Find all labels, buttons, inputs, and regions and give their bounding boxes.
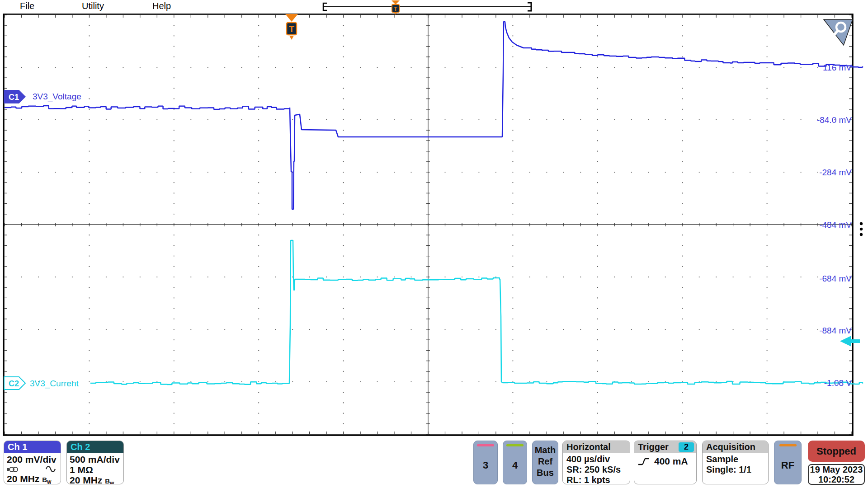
record-trigger-position-marker[interactable]: T [392,0,400,14]
time: 10:20:52 [818,474,854,484]
sample-rate: SR: 250 kS/s [566,465,626,475]
channel2-impedance: 1 MΩ [70,465,121,475]
rising-edge-icon [638,457,650,466]
svg-text:T: T [394,6,397,12]
acquisition-title: Acquisition [703,441,768,453]
channel1-scale: 200 mV/div [7,454,58,465]
acquisition-mode: Sample [706,454,764,465]
status-bar: Ch 1 200 mV/div 20 MHz BW Ch [0,437,868,488]
ref-label: Ref [535,456,556,467]
horizontal-scale: 400 µs/div [566,454,626,465]
svg-text:T: T [289,24,294,34]
channel4-button[interactable]: 4 [503,441,527,484]
zoom-corner-button[interactable] [823,18,854,47]
channel4-label: 4 [512,446,518,484]
axis-label: -884 mV [819,326,852,336]
channel-label-c2: 3V3_Current [30,379,79,389]
axis-label: -284 mV [819,168,852,178]
channel3-label: 3 [483,446,488,484]
run-state-badge[interactable]: Stopped [808,441,865,462]
channel2-bandwidth: 20 MHz [70,475,102,484]
rf-button[interactable]: RF [774,441,802,484]
trigger-level: 400 mA [654,456,688,467]
horizontal-position-bar[interactable]: T [0,0,868,14]
axis-label: -1.08 V [824,378,852,388]
rf-label: RF [781,446,794,484]
horizontal-panel[interactable]: Horizontal 400 µs/div SR: 250 kS/s RL: 1… [562,441,630,484]
horizontal-title: Horizontal [563,441,630,453]
svg-text:C2: C2 [9,379,19,388]
channel2-title: Ch 2 [67,441,123,453]
channel-badge-c2[interactable]: C2 [4,376,27,390]
channel1-bandwidth: 20 MHz [7,474,39,484]
more-menu-dots[interactable] [859,221,865,239]
channel2-panel[interactable]: Ch 2 500 mA/div 1 MΩ 20 MHz BW [66,441,124,484]
channel1-title: Ch 1 [4,441,61,453]
svg-text:C1: C1 [9,93,19,102]
acquisition-panel[interactable]: Acquisition Sample Single: 1/1 [702,441,769,484]
axis-label: 116 mV [823,63,852,73]
record-length: RL: 1 kpts [566,475,626,484]
waveform-C2[interactable] [90,240,863,385]
math-label: Math [535,445,556,456]
waveform-display [0,0,868,488]
oscilloscope-screen: File Utility Help T T [0,0,868,488]
trigger-position-marker[interactable]: T [285,14,298,42]
datetime-display: 19 May 2023 10:20:52 [808,464,865,485]
date: 19 May 2023 [810,465,863,474]
menubar: File Utility Help T [0,0,868,14]
waveform-C1[interactable] [5,22,863,209]
axis-label: -484 mV [819,220,852,230]
trigger-level-arrow[interactable] [840,335,863,347]
trigger-panel[interactable]: Trigger 2 400 mA [634,441,697,484]
bus-label: Bus [535,467,556,479]
channel-badge-c1[interactable]: C1 [4,90,27,104]
ac-coupling-icon [45,465,56,473]
channel1-panel[interactable]: Ch 1 200 mV/div 20 MHz BW [4,441,61,484]
acquisition-single: Single: 1/1 [706,465,764,475]
channel3-button[interactable]: 3 [473,441,498,484]
channel-label-c1: 3V3_Voltage [33,92,81,102]
axis-label: -684 mV [819,274,852,284]
axis-label: -84.0 mV [817,115,852,125]
trigger-source-badge: 2 [679,442,694,452]
trigger-title: Trigger [638,441,669,453]
bandwidth-limit-icon: BW [42,476,51,483]
probe-coupling-icon [7,465,19,473]
channel2-scale: 500 mA/div [70,454,121,465]
bandwidth-limit-icon: BW [105,477,114,484]
math-ref-bus-button[interactable]: Math Ref Bus [532,441,558,484]
